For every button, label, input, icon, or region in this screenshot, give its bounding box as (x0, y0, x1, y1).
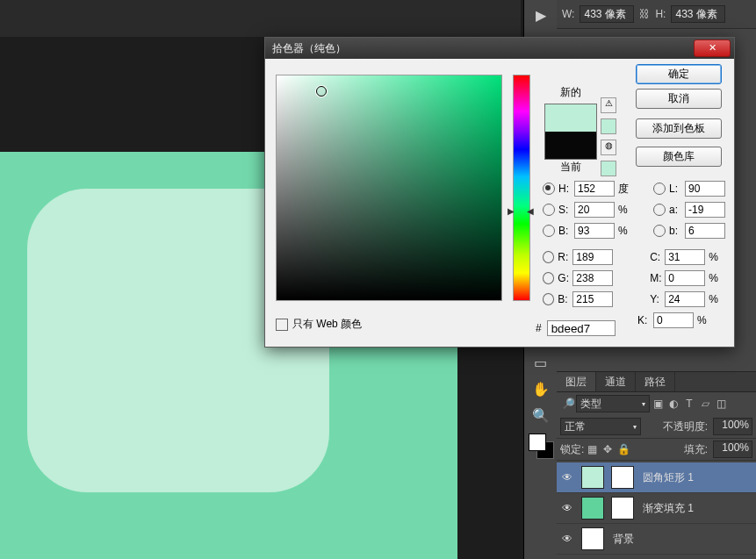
swatches[interactable] (529, 434, 553, 458)
s-input[interactable] (574, 202, 615, 218)
c-input[interactable] (665, 249, 705, 265)
tab-channels[interactable]: 通道 (596, 372, 636, 391)
filter-adjust-icon[interactable]: ◐ (666, 398, 681, 410)
color-preview: 新的 当前 (544, 85, 597, 178)
chevron-down-icon: ▾ (642, 400, 645, 408)
radio-bb[interactable] (543, 293, 554, 305)
lock-position-icon[interactable]: ✥ (600, 443, 616, 455)
visibility-icon[interactable]: 👁 (557, 533, 578, 545)
hex-row: # (536, 320, 616, 336)
layer-name: 背景 (613, 532, 634, 547)
gamut-swatch[interactable] (601, 118, 616, 134)
tab-layers[interactable]: 图层 (557, 372, 596, 391)
layer-thumb[interactable] (581, 527, 604, 550)
move-tool-icon[interactable]: ▶ (530, 5, 551, 26)
y-input[interactable] (665, 291, 705, 307)
websafe-swatch[interactable] (601, 161, 616, 176)
layer-thumb[interactable] (581, 466, 604, 489)
web-only-row: 只有 Web 颜色 (276, 317, 362, 332)
foreground-swatch[interactable] (529, 434, 546, 451)
radio-b2[interactable] (653, 225, 666, 237)
width-input[interactable]: 433 像素 (580, 5, 634, 23)
a-input[interactable] (685, 202, 725, 218)
bb-input[interactable] (572, 291, 613, 307)
panel-tabs: 图层 通道 路径 (557, 371, 756, 392)
tab-paths[interactable]: 路径 (636, 372, 675, 391)
layers-list: 👁圆角矩形 1👁渐变填充 1👁背景 (557, 461, 756, 555)
editor-canvas-deadzone (0, 0, 522, 37)
layer-row[interactable]: 👁圆角矩形 1 (557, 462, 756, 493)
dialog-titlebar[interactable]: 拾色器（纯色） ✕ (265, 38, 734, 59)
blend-row: 正常 ▾ 不透明度: 100% (557, 415, 756, 438)
web-only-checkbox[interactable] (276, 319, 288, 331)
sv-cursor-icon[interactable] (316, 86, 327, 97)
blend-mode-select[interactable]: 正常 ▾ (560, 418, 641, 435)
radio-s[interactable] (543, 204, 555, 216)
k-input[interactable] (653, 312, 694, 328)
rect-tool-icon[interactable]: ▭ (530, 353, 551, 374)
dialog-title: 拾色器（纯色） (272, 41, 346, 56)
fill-input[interactable]: 100% (713, 441, 752, 458)
m-input[interactable] (665, 270, 705, 286)
bval-input[interactable] (574, 223, 615, 239)
color-fields: H: 度 L: S: % a: B: % b: R (543, 178, 727, 331)
layer-thumb[interactable] (581, 497, 604, 520)
layer-name: 渐变填充 1 (643, 501, 694, 516)
radio-a[interactable] (653, 204, 666, 216)
filter-shape-icon[interactable]: ▱ (697, 398, 713, 410)
r-input[interactable] (572, 249, 613, 265)
width-label: W: (562, 8, 574, 20)
height-label: H: (655, 8, 666, 20)
radio-b[interactable] (543, 225, 555, 237)
cancel-button[interactable]: 取消 (636, 89, 722, 109)
layer-kind-select[interactable]: 类型 ▾ (576, 395, 650, 412)
zoom-tool-icon[interactable]: 🔍 (530, 405, 551, 426)
g-input[interactable] (572, 270, 613, 286)
search-icon[interactable]: 🔎 (560, 398, 576, 410)
gamut-warning-icon[interactable]: ⚠ (601, 97, 616, 113)
hand-tool-icon[interactable]: ✋ (530, 379, 551, 400)
blend-mode-label: 正常 (565, 419, 586, 434)
layer-kind-label: 类型 (580, 397, 601, 412)
preview-new-swatch[interactable] (545, 104, 596, 132)
filter-image-icon[interactable]: ▣ (650, 398, 666, 410)
lock-all-icon[interactable]: 🔒 (616, 443, 631, 455)
lock-row: 锁定: ▦ ✥ 🔒 填充: 100% (557, 438, 756, 461)
hex-input[interactable] (547, 320, 616, 336)
radio-h[interactable] (543, 183, 555, 195)
l-input[interactable] (685, 181, 725, 197)
h-input[interactable] (574, 181, 615, 197)
websafe-warning-icon[interactable]: ◍ (601, 140, 616, 155)
current-label: 当前 (544, 160, 597, 175)
lock-label: 锁定: (560, 442, 584, 457)
options-bar: W: 433 像素 ⛓ H: 433 像素 (557, 0, 756, 29)
preview-current-swatch[interactable] (545, 132, 596, 159)
saturation-value-field[interactable] (276, 75, 502, 301)
lock-pixels-icon[interactable]: ▦ (584, 443, 600, 455)
color-library-button[interactable]: 颜色库 (636, 147, 722, 167)
layer-row[interactable]: 👁背景 (557, 524, 756, 555)
mask-thumb[interactable] (611, 497, 634, 520)
opacity-input[interactable]: 100% (713, 418, 752, 435)
add-swatch-button[interactable]: 添加到色板 (636, 118, 722, 139)
hue-slider[interactable] (513, 75, 530, 301)
close-button[interactable]: ✕ (694, 39, 731, 57)
radio-l[interactable] (653, 183, 666, 195)
visibility-icon[interactable]: 👁 (557, 502, 578, 514)
b2-input[interactable] (685, 223, 725, 239)
new-label: 新的 (544, 85, 597, 100)
filter-smart-icon[interactable]: ◫ (713, 398, 729, 410)
mask-thumb[interactable] (611, 466, 634, 489)
height-input[interactable]: 433 像素 (671, 5, 725, 23)
color-picker-dialog: 拾色器（纯色） ✕ ▶◀ 新的 当前 ⚠ ◍ 确定 取消 添加到色板 颜色库 (264, 37, 735, 348)
visibility-icon[interactable]: 👁 (557, 471, 578, 484)
radio-r[interactable] (543, 251, 554, 263)
layer-row[interactable]: 👁渐变填充 1 (557, 493, 756, 524)
ok-button[interactable]: 确定 (636, 64, 722, 84)
link-icon[interactable]: ⛓ (639, 8, 650, 20)
radio-g[interactable] (543, 272, 554, 284)
layer-name: 圆角矩形 1 (643, 470, 694, 485)
hex-label: # (536, 322, 542, 334)
filter-type-icon[interactable]: T (681, 398, 697, 410)
chevron-down-icon: ▾ (633, 423, 637, 431)
